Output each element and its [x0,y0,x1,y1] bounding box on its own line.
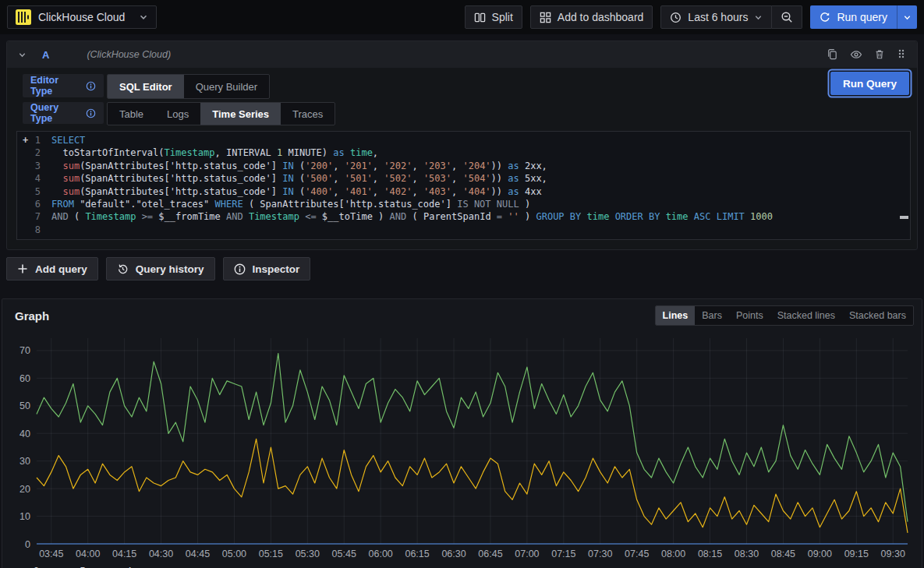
duplicate-query-icon[interactable] [827,48,838,61]
code-line[interactable]: 6FROM "default"."otel_traces" WHERE ( Sp… [17,198,910,210]
graph-style-option-bars[interactable]: Bars [695,306,729,325]
line-number: 4 [17,172,51,185]
inspector-button[interactable]: Inspector [223,257,311,280]
query-type-option-logs[interactable]: Logs [155,103,200,125]
time-range-button[interactable]: Last 6 hours [660,5,772,29]
query-row-panel: A (ClickHouse Cloud) Run Query Editor Ty… [6,41,918,250]
svg-text:40: 40 [19,429,30,439]
explore-actions-row: Add query Query history Inspector [6,257,918,280]
run-query-editor-button[interactable]: Run Query [830,72,909,95]
code-line[interactable]: 4 sum(SpanAttributes['http.status_code']… [17,172,910,185]
svg-text:09:15: 09:15 [844,549,869,559]
code-line[interactable]: +1SELECT [17,134,910,146]
info-icon[interactable] [86,81,96,91]
add-query-label: Add query [35,263,87,275]
svg-text:07:30: 07:30 [588,549,612,559]
svg-text:05:30: 05:30 [296,549,320,559]
graph-style-option-points[interactable]: Points [729,306,770,325]
query-type-row: Query Type Table Logs Time Series Traces [23,102,911,125]
line-number: 2 [17,146,51,159]
editor-type-radio-group: SQL Editor Query Builder [107,74,270,99]
line-number: 3 [17,160,51,172]
glyph-margin-plus-icon: + [23,134,28,146]
split-icon [474,12,486,23]
code-line[interactable]: 2 toStartOfInterval(Timestamp, INTERVAL … [17,146,910,159]
run-query-split-button: Run query [810,5,917,29]
query-history-button[interactable]: Query history [106,257,215,280]
query-type-option-table[interactable]: Table [108,103,155,125]
explore-toolbar: ClickHouse Cloud Split Add to dashboard … [0,0,924,34]
svg-text:70: 70 [19,345,30,356]
split-button[interactable]: Split [465,5,522,29]
add-query-button[interactable]: Add query [6,257,98,280]
code-line[interactable]: 5 sum(SpanAttributes['http.status_code']… [17,185,910,198]
query-row-header[interactable]: A (ClickHouse Cloud) [7,41,917,68]
datasource-picker[interactable]: ClickHouse Cloud [7,5,157,29]
editor-scrollbar[interactable] [900,216,908,219]
svg-text:08:30: 08:30 [735,549,759,559]
graph-style-option-stacked-bars[interactable]: Stacked bars [842,306,913,325]
delete-query-trash-icon[interactable] [874,48,885,61]
svg-text:09:30: 09:30 [881,549,905,559]
info-icon[interactable] [86,108,96,118]
editor-type-row: Editor Type SQL Editor Query Builder [23,74,911,99]
dashboard-grid-icon [540,12,551,23]
code-text: sum(SpanAttributes['http.status_code'] I… [51,185,542,198]
query-ref-id[interactable]: A [42,49,49,61]
collapse-chevron-icon[interactable] [18,51,27,59]
code-line[interactable]: 8 [17,224,910,236]
editor-type-option-query-builder[interactable]: Query Builder [184,75,269,98]
run-query-label: Run query [837,11,887,23]
svg-text:07:00: 07:00 [515,549,539,559]
svg-text:10: 10 [19,511,30,522]
datasource-name: ClickHouse Cloud [38,11,132,23]
line-number: 7 [17,210,51,223]
code-text: AND ( Timestamp >= $__fromTime AND Times… [51,210,773,223]
svg-text:30: 30 [19,456,30,467]
graph-panel-title: Graph [10,309,49,323]
sql-code-editor[interactable]: +1SELECT2 toStartOfInterval(Timestamp, I… [16,131,911,240]
time-range-label: Last 6 hours [688,11,748,23]
chart-area[interactable]: 01020304050607003:4504:0004:1504:3004:45… [10,329,914,563]
editor-type-option-sql-editor[interactable]: SQL Editor [108,75,184,98]
svg-text:04:15: 04:15 [112,549,136,559]
run-query-button[interactable]: Run query [810,5,897,29]
plus-icon [17,263,28,274]
info-circle-icon [234,263,246,275]
run-query-options-caret[interactable] [897,5,917,29]
chevron-down-icon [754,13,763,22]
inspector-label: Inspector [253,263,300,275]
code-text: FROM "default"."otel_traces" WHERE ( Spa… [51,198,530,210]
code-text: sum(SpanAttributes['http.status_code'] I… [51,172,547,185]
line-number: 6 [17,198,51,210]
query-row-actions [827,48,906,61]
svg-text:06:00: 06:00 [369,549,393,559]
editor-type-label-box: Editor Type [23,74,104,97]
graph-style-option-lines[interactable]: Lines [656,306,696,325]
svg-text:06:45: 06:45 [478,549,502,559]
timeseries-chart[interactable]: 01020304050607003:4504:0004:1504:3004:45… [10,329,914,563]
query-datasource-hint: (ClickHouse Cloud) [87,49,171,60]
svg-text:09:00: 09:00 [808,549,832,559]
hide-query-eye-icon[interactable] [850,48,862,61]
code-line[interactable]: 7AND ( Timestamp >= $__fromTime AND Time… [17,210,910,223]
query-type-label-box: Query Type [23,102,104,124]
add-to-dashboard-button[interactable]: Add to dashboard [530,5,653,29]
svg-text:06:15: 06:15 [405,549,429,559]
code-line[interactable]: 3 sum(SpanAttributes['http.status_code']… [17,160,910,172]
series-5xx [37,439,908,533]
graph-panel: Graph Lines Bars Points Stacked lines St… [2,298,922,568]
code-text: sum(SpanAttributes['http.status_code'] I… [51,160,547,172]
graph-style-option-stacked-lines[interactable]: Stacked lines [770,306,842,325]
svg-text:0: 0 [25,539,30,550]
refresh-icon [820,12,830,23]
query-type-label: Query Type [30,102,80,124]
query-type-option-time-series[interactable]: Time Series [200,103,281,125]
svg-text:06:30: 06:30 [441,549,466,559]
add-to-dashboard-label: Add to dashboard [558,11,644,23]
svg-text:08:15: 08:15 [698,549,722,559]
drag-handle-icon[interactable] [897,48,906,61]
zoom-out-button[interactable] [772,5,802,29]
editor-type-label: Editor Type [30,75,80,97]
query-type-option-traces[interactable]: Traces [281,103,335,125]
